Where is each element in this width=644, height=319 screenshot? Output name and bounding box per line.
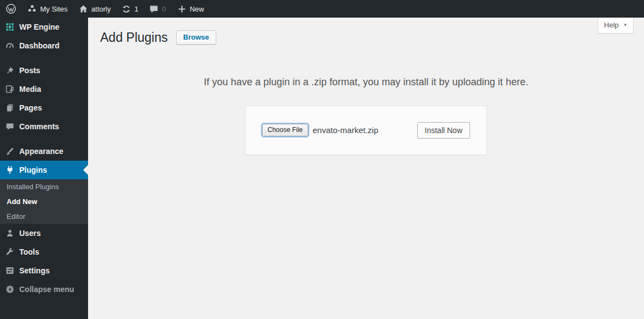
- plug-icon: [6, 166, 14, 174]
- sidebar-item-posts[interactable]: Posts: [0, 61, 88, 80]
- file-input-group: Choose File envato-market.zip: [262, 124, 378, 136]
- current-menu-arrow: [83, 165, 88, 175]
- sidebar-item-label: Dashboard: [19, 41, 59, 50]
- page-title: Add Plugins: [100, 30, 168, 46]
- media-icon: [6, 85, 14, 94]
- sidebar-item-dashboard[interactable]: Dashboard: [0, 36, 88, 55]
- sidebar-item-label: Plugins: [19, 166, 47, 174]
- sidebar-item-appearance[interactable]: Appearance: [0, 142, 88, 161]
- choose-file-button[interactable]: Choose File: [262, 124, 308, 136]
- plus-icon: [177, 4, 187, 14]
- paintbrush-icon: [6, 147, 14, 156]
- submenu-item-installed-plugins[interactable]: Installed Plugins: [0, 179, 88, 194]
- site-name: attorly: [91, 5, 111, 13]
- chevron-down-icon: ▼: [623, 23, 627, 28]
- wordpress-logo-menu[interactable]: [0, 0, 22, 18]
- sidebar-item-media[interactable]: Media: [0, 80, 88, 98]
- install-now-button[interactable]: Install Now: [417, 122, 470, 139]
- sidebar-item-label: Users: [19, 229, 41, 238]
- upload-plugin-form: Choose File envato-market.zip Install No…: [245, 106, 487, 155]
- install-help-text: If you have a plugin in a .zip format, y…: [88, 76, 644, 88]
- selected-file-name: envato-market.zip: [313, 125, 378, 135]
- home-icon: [79, 4, 88, 14]
- main-content: Help ▼ Add Plugins Browse If you have a …: [88, 18, 644, 319]
- submenu-item-add-new[interactable]: Add New: [0, 194, 88, 209]
- pages-icon: [6, 103, 14, 112]
- help-label: Help: [604, 21, 619, 29]
- collapse-menu-button[interactable]: Collapse menu: [0, 280, 88, 299]
- sidebar-item-label: WP Engine: [19, 23, 59, 31]
- comment-bubble-icon: [149, 4, 159, 14]
- plugins-submenu: Installed Plugins Add New Editor: [0, 179, 88, 224]
- page-header: Add Plugins Browse: [88, 18, 644, 46]
- sidebar-item-tools[interactable]: Tools: [0, 243, 88, 261]
- sidebar-item-label: Media: [19, 85, 41, 94]
- help-button[interactable]: Help ▼: [598, 18, 634, 34]
- wrench-icon: [6, 248, 14, 256]
- sidebar-item-users[interactable]: Users: [0, 224, 88, 243]
- settings-sliders-icon: [6, 266, 14, 275]
- comments-menu[interactable]: 0: [144, 0, 171, 18]
- sidebar-item-label: Comments: [19, 122, 59, 131]
- pushpin-icon: [6, 66, 14, 75]
- dashboard-gauge-icon: [6, 41, 14, 50]
- sidebar-item-label: Collapse menu: [19, 285, 74, 294]
- sidebar-item-label: Pages: [19, 103, 42, 112]
- new-menu[interactable]: New: [172, 0, 210, 18]
- sidebar-item-plugins[interactable]: Plugins: [0, 161, 88, 179]
- update-icon: [122, 4, 131, 14]
- my-sites-menu[interactable]: My Sites: [22, 0, 73, 18]
- sidebar-item-label: Tools: [19, 248, 39, 256]
- wordpress-admin: My Sites attorly 1: [0, 0, 644, 319]
- browse-button[interactable]: Browse: [176, 30, 216, 45]
- my-sites-label: My Sites: [40, 5, 68, 13]
- my-sites-icon: [28, 4, 37, 14]
- sidebar-item-label: Posts: [19, 66, 40, 75]
- comment-bubble-icon: [6, 122, 14, 131]
- user-icon: [6, 229, 14, 238]
- wordpress-logo-icon: [6, 3, 17, 14]
- admin-sidebar: WP Engine Dashboard: [0, 18, 88, 319]
- updates-menu[interactable]: 1: [116, 0, 144, 18]
- comment-count: 0: [162, 5, 166, 13]
- sidebar-item-label: Appearance: [19, 147, 63, 156]
- site-menu[interactable]: attorly: [73, 0, 116, 18]
- sidebar-item-label: Settings: [19, 266, 50, 275]
- sidebar-item-pages[interactable]: Pages: [0, 98, 88, 117]
- wp-engine-grid-icon: [6, 23, 14, 31]
- collapse-arrow-icon: [6, 285, 14, 294]
- admin-bar: My Sites attorly 1: [0, 0, 644, 18]
- new-label: New: [190, 5, 204, 13]
- update-count: 1: [134, 5, 138, 13]
- sidebar-item-wp-engine[interactable]: WP Engine: [0, 18, 88, 36]
- sidebar-item-settings[interactable]: Settings: [0, 261, 88, 280]
- sidebar-item-comments[interactable]: Comments: [0, 117, 88, 136]
- submenu-item-editor[interactable]: Editor: [0, 209, 88, 224]
